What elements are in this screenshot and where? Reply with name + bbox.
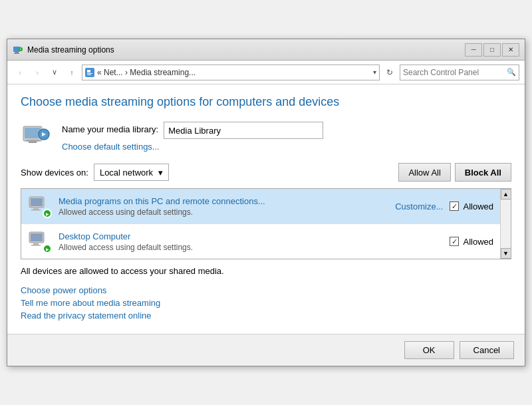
table-row: Media programs on this PC and remote con… <box>21 189 500 224</box>
devices-list: Media programs on this PC and remote con… <box>21 189 500 259</box>
svg-rect-12 <box>26 140 39 142</box>
scrollbar[interactable]: ▲ ▼ <box>500 189 511 259</box>
allowed-label-0: Allowed <box>463 202 493 211</box>
dialog-footer: OK Cancel <box>7 334 525 366</box>
allowed-checkbox-0[interactable]: ✓ <box>450 202 459 211</box>
window-controls: ─ □ ✕ <box>465 43 519 57</box>
svg-rect-2 <box>14 53 19 54</box>
back-button[interactable]: ‹ <box>13 65 27 80</box>
checkmark-icon-1: ✓ <box>452 237 458 246</box>
choose-power-link[interactable]: Choose power options <box>21 285 106 295</box>
link-row-0: Choose power options <box>21 285 511 295</box>
refresh-button[interactable]: ↻ <box>382 65 397 80</box>
svg-rect-22 <box>33 243 39 245</box>
customize-link-0[interactable]: Customize... <box>395 202 443 211</box>
device-info-0: Media programs on this PC and remote con… <box>59 196 388 217</box>
address-icon <box>85 68 94 77</box>
svg-rect-1 <box>15 52 19 53</box>
library-label: Name your media library: <box>62 124 158 134</box>
allowed-area-0: ✓ Allowed <box>450 202 493 211</box>
scroll-down-button[interactable]: ▼ <box>501 248 511 259</box>
link-row-1: Tell me more about media streaming <box>21 298 511 308</box>
device-icon-1 <box>28 229 52 253</box>
svg-rect-18 <box>33 207 39 209</box>
link-row-2: Read the privacy statement online <box>21 311 511 321</box>
address-bar[interactable]: « Net... › Media streaming... ▾ <box>82 65 380 80</box>
media-library-icon <box>21 120 53 154</box>
show-devices-label: Show devices on: <box>21 168 88 178</box>
svg-rect-6 <box>87 70 90 72</box>
main-window: Media streaming options ─ □ ✕ ‹ › ∨ ↑ « … <box>7 39 525 366</box>
device-info-1: Desktop Computer Allowed access using de… <box>59 231 443 252</box>
library-name-input[interactable] <box>164 122 323 139</box>
show-devices-row: Show devices on: Local network ▾ Allow A… <box>21 163 511 182</box>
svg-rect-7 <box>87 73 92 74</box>
choose-default-link[interactable]: Choose default settings... <box>62 142 323 152</box>
ok-button[interactable]: OK <box>404 341 454 359</box>
learn-more-link[interactable]: Tell me more about media streaming <box>21 298 160 308</box>
network-option-text: Local network <box>100 168 153 178</box>
page-title: Choose media streaming options for compu… <box>21 95 511 109</box>
search-icon[interactable]: 🔍 <box>507 68 516 76</box>
title-bar: Media streaming options ─ □ ✕ <box>7 39 525 61</box>
checkmark-icon-0: ✓ <box>452 202 458 211</box>
maximize-button[interactable]: □ <box>483 43 501 57</box>
dropdown-chevron-icon: ▾ <box>158 168 163 178</box>
svg-rect-8 <box>87 74 91 75</box>
device-desc-0: Allowed access using default settings. <box>59 207 388 217</box>
scroll-up-button[interactable]: ▲ <box>501 189 511 200</box>
allowed-label-1: Allowed <box>463 237 493 247</box>
allowed-checkbox-1[interactable]: ✓ <box>450 237 459 246</box>
dropdown-history-button[interactable]: ∨ <box>47 65 62 80</box>
content-area: Choose media streaming options for compu… <box>7 84 525 334</box>
svg-rect-19 <box>31 209 41 211</box>
network-dropdown[interactable]: Local network ▾ <box>94 164 169 181</box>
svg-rect-10 <box>25 128 41 138</box>
forward-button[interactable]: › <box>30 65 45 80</box>
scroll-track[interactable] <box>501 200 511 248</box>
device-icon-0 <box>28 194 52 218</box>
cancel-button[interactable]: Cancel <box>460 341 514 359</box>
library-row: Name your media library: Choose default … <box>21 120 511 154</box>
block-all-button[interactable]: Block All <box>455 163 511 182</box>
table-row: Desktop Computer Allowed access using de… <box>21 224 500 259</box>
devices-list-container: Media programs on this PC and remote con… <box>21 188 511 259</box>
window-title: Media streaming options <box>27 45 465 55</box>
close-button[interactable]: ✕ <box>502 43 519 57</box>
svg-rect-17 <box>31 198 43 206</box>
allow-all-button[interactable]: Allow All <box>398 163 450 182</box>
nav-bar: ‹ › ∨ ↑ « Net... › Media streaming... ▾ … <box>7 61 525 84</box>
window-icon <box>13 45 23 55</box>
device-name-1[interactable]: Desktop Computer <box>59 231 443 241</box>
green-play-circle-icon <box>43 244 52 253</box>
svg-rect-13 <box>29 142 37 143</box>
svg-rect-23 <box>31 245 41 246</box>
address-chevron-icon[interactable]: ▾ <box>373 68 376 76</box>
device-name-0[interactable]: Media programs on this PC and remote con… <box>59 196 388 206</box>
address-text: « Net... › Media streaming... <box>97 68 196 77</box>
green-play-circle-icon <box>43 209 52 218</box>
up-button[interactable]: ↑ <box>65 65 79 80</box>
svg-rect-21 <box>31 233 43 241</box>
allowed-area-1: ✓ Allowed <box>450 237 493 247</box>
privacy-link[interactable]: Read the privacy statement online <box>21 311 152 321</box>
action-buttons: Allow All Block All <box>398 163 511 182</box>
search-input[interactable] <box>403 68 507 77</box>
minimize-button[interactable]: ─ <box>465 43 482 57</box>
library-name-section: Name your media library: Choose default … <box>62 122 323 152</box>
all-allowed-message: All devices are allowed to access your s… <box>21 266 511 276</box>
search-box[interactable]: 🔍 <box>400 65 519 80</box>
device-desc-1: Allowed access using default settings. <box>59 243 443 252</box>
